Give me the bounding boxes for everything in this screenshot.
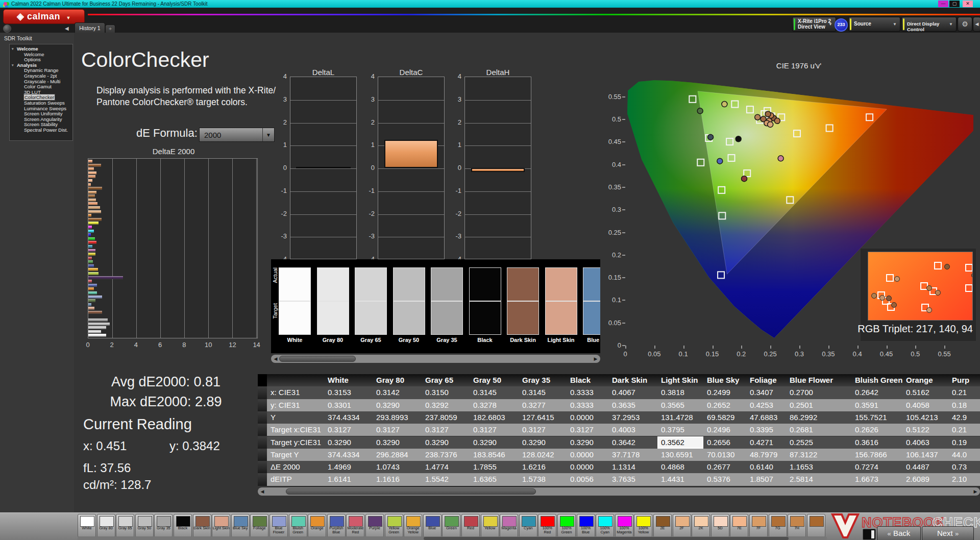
patch-chip [330, 516, 344, 527]
gear-icon: ⚙ [962, 20, 968, 28]
minimize-button[interactable]: — [938, 1, 948, 7]
de-formula-value: 2000 [204, 131, 221, 139]
patch-button-gray-80[interactable]: Gray 80 [97, 514, 115, 537]
sidebar-collapse-icon[interactable]: ◀ [65, 26, 69, 31]
patch-button-extra[interactable] [807, 514, 825, 537]
patch-button-7e[interactable]: 7E [730, 514, 748, 537]
sidebar-item-color-gamut[interactable]: Color Gamut [10, 84, 72, 90]
scroll-thumb[interactable] [424, 537, 789, 540]
patch-button-orange[interactable]: Orange [308, 514, 326, 537]
maximize-button[interactable]: ▢ [949, 1, 960, 7]
tree-expander-icon[interactable]: ▾ [12, 63, 14, 68]
patch-button-2f[interactable]: 2F [673, 514, 691, 537]
patch-button-magenta[interactable]: Magenta [500, 514, 518, 537]
patch-chip [771, 516, 786, 527]
panel-collapse-button[interactable]: ◀ [973, 17, 980, 32]
sidebar-item-welcome[interactable]: Welcome [10, 52, 72, 58]
patch-button-label: 2F [673, 526, 691, 530]
patch-button-green[interactable]: Green [442, 514, 460, 537]
close-button[interactable]: ✕ [963, 1, 973, 7]
calman-window: Calman 2022 Calman Ultimate for Business… [0, 0, 980, 540]
calman-menu-button[interactable]: ◈ calman ▼ [3, 9, 85, 24]
next-button[interactable]: Next » [922, 526, 974, 540]
title-bar: Calman 2022 Calman Ultimate for Business… [0, 0, 980, 8]
patch-button-dark-skin[interactable]: Dark Skin [193, 514, 211, 537]
patch-button-label: Foliage [251, 526, 268, 530]
patch-button-label: Blue Sky [232, 526, 249, 530]
patch-button-7g[interactable]: 7G [769, 514, 787, 537]
patch-button-label: Gray 35 [155, 526, 172, 530]
patch-button-white[interactable]: White [78, 514, 96, 537]
patch-button-100-cyan[interactable]: 100% Cyan [596, 514, 614, 537]
patch-button-label: 2E [654, 526, 671, 530]
settings-button[interactable]: ⚙ [958, 17, 972, 32]
patch-button-yellow-green[interactable]: Yellow Green [385, 514, 403, 537]
patch-button-red[interactable]: Red [461, 514, 480, 537]
patch-button-7f[interactable]: 7F [749, 514, 768, 537]
patch-button-7h[interactable]: 7H [788, 514, 806, 537]
patch-button-label: Purple [366, 526, 383, 530]
patch-button-2k[interactable]: 2K [692, 514, 710, 537]
patch-button-blue-flower[interactable]: Blue Flower [270, 514, 288, 537]
sidebar-item-label: Spectral Power Dist. [24, 127, 68, 133]
patch-button-purple[interactable]: Purple [365, 514, 384, 537]
patch-button-orange-yellow[interactable]: Orange Yellow [404, 514, 422, 537]
patch-button-cyan[interactable]: Cyan [519, 514, 537, 537]
patch-chip [694, 516, 708, 527]
patch-button-100-yellow[interactable]: 100% Yellow [634, 514, 652, 537]
sidebar-item-label: Welcome [17, 46, 38, 52]
patch-chip [214, 516, 229, 527]
chevron-down-icon: ▼ [949, 22, 953, 27]
calman-logo-icon: ◈ [17, 11, 24, 21]
patch-button-light-skin[interactable]: Light Skin [212, 514, 230, 537]
patch-button-5d[interactable]: 5D [711, 514, 729, 537]
back-button[interactable]: « Back [877, 526, 921, 540]
sidebar-item-spectral-power-dist-[interactable]: Spectral Power Dist. [10, 128, 72, 133]
patch-button-foliage[interactable]: Foliage [250, 514, 268, 537]
source-label: Source [854, 21, 871, 27]
sidebar-item-label: Screen Uniformity [24, 111, 63, 116]
add-tab-button[interactable]: + [105, 24, 115, 33]
patch-button-blue-sky[interactable]: Blue Sky [231, 514, 250, 537]
patch-button-100-red[interactable]: 100% Red [538, 514, 556, 537]
sidebar-item-label: Screen Angularity [24, 116, 62, 122]
patch-chip [349, 516, 363, 527]
panel-toggle-button[interactable] [863, 529, 876, 540]
patch-button-100-magenta[interactable]: 100% Magenta [615, 514, 633, 537]
bottom-scrollbar[interactable] [78, 536, 827, 540]
display-control-dropdown[interactable]: Direct Display Control ▼ [901, 17, 957, 32]
patch-chip [732, 516, 747, 527]
patch-button-yellow[interactable]: Yellow [481, 514, 499, 537]
chevron-down-icon: ▼ [262, 128, 274, 141]
meter-dropdown[interactable]: X-Rite i1Pro 2 Direct View ▼ [792, 17, 836, 32]
workflow-tree: ▾WelcomeWelcomeOptions▾AnalysisDynamic R… [9, 44, 73, 141]
patch-button-label: 100% Blue [577, 526, 595, 534]
patch-button-moderate-red[interactable]: Moderate Red [346, 514, 364, 537]
patch-button-purplish-blue[interactable]: Purplish Blue [327, 514, 346, 537]
patch-button-gray-50[interactable]: Gray 50 [135, 514, 154, 537]
patch-button-100-green[interactable]: 100% Green [557, 514, 576, 537]
patch-chip [752, 516, 766, 527]
tree-expander-icon[interactable]: ▾ [12, 46, 14, 52]
patch-button-2e[interactable]: 2E [653, 514, 672, 537]
meter-mode: Direct View [798, 24, 825, 30]
meter-name: X-Rite i1Pro 2 [798, 18, 831, 24]
patch-button-blue[interactable]: Blue [423, 514, 442, 537]
patch-button-label: 7E [730, 526, 748, 530]
patch-button-label: Yellow Green [385, 526, 403, 534]
patch-button-gray-35[interactable]: Gray 35 [154, 514, 173, 537]
patch-chip [656, 516, 670, 527]
patch-button-100-blue[interactable]: 100% Blue [577, 514, 595, 537]
tab-history-1[interactable]: History 1 [75, 22, 105, 33]
source-dropdown[interactable]: Source ▼ [848, 17, 900, 32]
patch-button-gray-65[interactable]: Gray 65 [116, 514, 134, 537]
patch-chip [675, 516, 690, 527]
de-formula-select[interactable]: 2000 ▼ [199, 128, 275, 142]
layout-radio-button[interactable] [3, 24, 11, 33]
patch-button-label: Gray 50 [136, 526, 153, 530]
patch-button-label: Orange [308, 526, 326, 530]
patch-button-bluish-green[interactable]: Bluish Green [289, 514, 307, 537]
patch-button-black[interactable]: Black [174, 514, 192, 537]
sidebar-item-label: Dynamic Range [24, 67, 59, 73]
patch-button-label: 100% Red [538, 526, 556, 534]
